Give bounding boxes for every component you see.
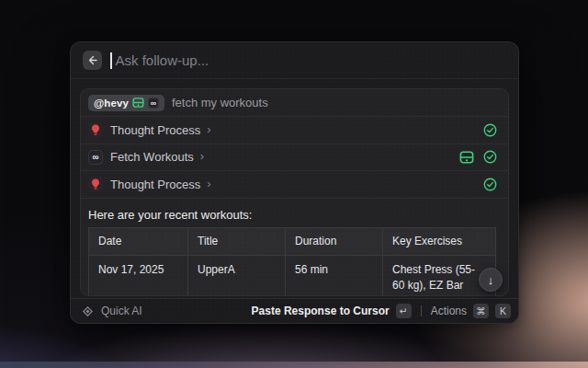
text-caret — [110, 52, 112, 69]
step-label: Thought Process — [110, 123, 200, 137]
col-header-key-exercises: Key Exercises — [383, 227, 496, 255]
step-label: Fetch Workouts — [110, 150, 194, 164]
lightbulb-icon — [88, 177, 103, 191]
back-button[interactable] — [83, 51, 102, 70]
wallpaper-bottom-band — [0, 362, 588, 368]
cell-date: Nov 17, 2025 — [89, 255, 188, 296]
workouts-table: Date Title Duration Key Exercises Nov 17… — [88, 227, 496, 297]
ai-response: Here are your recent workouts: Date Titl… — [81, 199, 508, 297]
step-label: Thought Process — [110, 178, 200, 191]
server-icon — [132, 97, 144, 109]
mention-name: @hevy — [94, 98, 129, 109]
lightbulb-icon — [88, 122, 103, 137]
table-row: Nov 17, 2025 UpperA 56 min Chest Press (… — [89, 255, 496, 296]
chevron-right-icon: › — [200, 149, 204, 165]
mention-pill[interactable]: @hevy ∞ — [88, 95, 164, 111]
footer-bar: Quick AI Paste Response to Cursor ↵ Acti… — [71, 298, 518, 323]
infinity-icon: ∞ — [88, 150, 103, 165]
table-header-row: Date Title Duration Key Exercises — [89, 227, 496, 255]
footer-divider — [421, 305, 422, 316]
followup-input-placeholder[interactable]: Ask follow-up... — [116, 52, 209, 68]
step-row-thought-process-2[interactable]: Thought Process › — [81, 171, 508, 199]
chevron-right-icon: › — [207, 122, 210, 138]
col-header-duration: Duration — [286, 227, 383, 255]
step-row-fetch-workouts[interactable]: ∞ Fetch Workouts › — [81, 144, 508, 172]
user-message-text: fetch my workouts — [172, 96, 268, 109]
infinity-icon: ∞ — [148, 98, 159, 109]
col-header-title: Title — [188, 227, 286, 255]
quick-ai-window: Ask follow-up... @hevy ∞ fetch my workou… — [70, 41, 519, 324]
server-icon — [459, 150, 474, 165]
user-message-row: @hevy ∞ fetch my workouts — [81, 89, 508, 117]
check-icon — [483, 178, 497, 191]
k-key-icon: K — [495, 304, 511, 318]
paste-response-button[interactable]: Paste Response to Cursor — [252, 305, 390, 317]
back-arrow-icon — [87, 55, 97, 65]
col-header-date: Date — [89, 227, 188, 255]
app-label: Quick AI — [101, 305, 142, 317]
cell-duration: 56 min — [286, 255, 383, 296]
step-row-thought-process-1[interactable]: Thought Process › — [81, 117, 508, 144]
chat-card: @hevy ∞ fetch my workouts Thought Proces… — [80, 88, 509, 296]
scroll-to-bottom-button[interactable]: ↓ — [479, 268, 503, 292]
response-intro-text: Here are your recent workouts: — [88, 208, 501, 222]
check-icon — [483, 150, 497, 164]
check-icon — [483, 123, 497, 137]
actions-button[interactable]: Actions — [431, 305, 467, 317]
cmd-key-icon: ⌘ — [473, 304, 489, 318]
chevron-right-icon: › — [207, 177, 210, 192]
raycast-logo-icon — [82, 305, 94, 317]
followup-input-row[interactable]: Ask follow-up... — [71, 42, 518, 79]
cell-title: UpperA — [188, 255, 286, 296]
return-key-icon: ↵ — [396, 304, 412, 318]
